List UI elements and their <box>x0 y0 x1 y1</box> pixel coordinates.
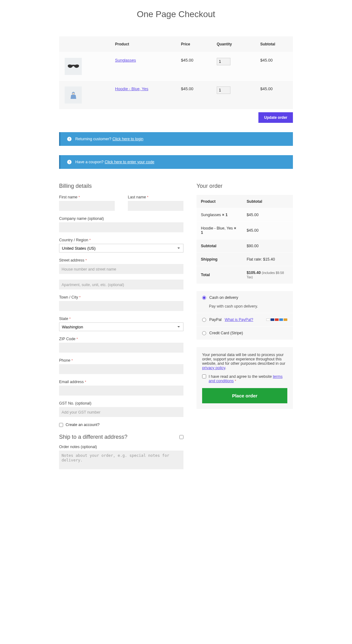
quantity-input[interactable] <box>217 58 230 65</box>
product-thumbnail <box>65 58 82 75</box>
cart-header-price: Price <box>178 36 214 52</box>
street2-input[interactable] <box>59 280 183 290</box>
first-name-label: First name * <box>59 195 115 199</box>
hoodie-icon <box>67 90 80 100</box>
first-name-input[interactable] <box>59 201 115 211</box>
coupon-link[interactable]: Click here to enter your code <box>105 160 155 164</box>
order-line: Sunglasses × 1 $45.00 <box>197 208 293 222</box>
cart-row: Sunglasses $45.00 $45.00 <box>59 52 293 81</box>
paypal-what-link[interactable]: What is PayPal? <box>225 317 253 322</box>
shipping-value: Flat rate: $15.40 <box>242 253 293 266</box>
product-thumbnail <box>65 86 82 104</box>
order-line: Hoodie - Blue, Yes × 1 $45.00 <box>197 222 293 239</box>
cart-price: $45.00 <box>178 52 214 81</box>
cart-subtotal: $45.00 <box>257 81 293 109</box>
login-banner: ! Returning customer? Click here to logi… <box>59 132 293 146</box>
zip-label: ZIP Code * <box>59 337 183 341</box>
payment-cod-label: Cash on delivery <box>209 295 238 300</box>
last-name-input[interactable] <box>128 201 183 211</box>
payment-cod-desc: Pay with cash upon delivery. <box>197 304 293 313</box>
login-link[interactable]: Click here to login <box>113 137 143 141</box>
payment-paypal-radio[interactable] <box>202 318 206 322</box>
subtotal-label: Subtotal <box>197 239 242 253</box>
notes-textarea[interactable] <box>59 451 183 469</box>
country-label: Country / Region * <box>59 238 183 242</box>
cart-table: Product Price Quantity Subtotal Sunglass… <box>59 36 293 109</box>
info-icon: ! <box>67 160 72 164</box>
phone-label: Phone * <box>59 358 183 363</box>
order-summary-table: Product Subtotal Sunglasses × 1 $45.00 H… <box>197 195 293 284</box>
login-banner-prefix: Returning customer? <box>75 137 113 141</box>
order-hdr-subtotal: Subtotal <box>242 195 293 208</box>
ship-heading: Ship to a different address? <box>59 434 127 440</box>
zip-input[interactable] <box>59 343 183 353</box>
payment-methods: Cash on delivery Pay with cash upon deli… <box>197 291 293 340</box>
gst-label: GST No. (optional) <box>59 401 183 405</box>
cart-header-qty: Quantity <box>214 36 257 52</box>
street-label: Street address * <box>59 258 183 262</box>
city-label: Town / City * <box>59 295 183 299</box>
gst-input[interactable] <box>59 407 183 417</box>
company-input[interactable] <box>59 222 183 232</box>
order-hdr-product: Product <box>197 195 242 208</box>
place-order-button[interactable]: Place order <box>202 388 287 403</box>
cart-header-subtotal: Subtotal <box>257 36 293 52</box>
product-link[interactable]: Sunglasses <box>115 58 136 63</box>
product-link[interactable]: Hoodie - Blue, Yes <box>115 86 148 91</box>
info-icon: ! <box>67 137 72 141</box>
coupon-banner: ! Have a coupon? Click here to enter you… <box>59 155 293 169</box>
email-input[interactable] <box>59 386 183 396</box>
privacy-policy-link[interactable]: privacy policy <box>202 366 225 370</box>
subtotal-value: $90.00 <box>242 239 293 253</box>
total-value: $105.40 (includes $9.58 Tax) <box>242 266 293 284</box>
last-name-label: Last name * <box>128 195 183 199</box>
payment-paypal-label: PayPal <box>209 317 222 322</box>
create-account-checkbox[interactable] <box>59 423 63 427</box>
billing-heading: Billing details <box>59 183 183 189</box>
state-label: State * <box>59 317 183 321</box>
svg-point-1 <box>72 93 74 95</box>
privacy-box: Your personal data will be used to proce… <box>197 347 293 409</box>
cart-price: $45.00 <box>178 81 214 109</box>
order-heading: Your order <box>197 183 293 189</box>
terms-text: I have read and agree to the website <box>209 374 273 379</box>
email-label: Email address * <box>59 380 183 384</box>
cart-subtotal: $45.00 <box>257 52 293 81</box>
page-title: One Page Checkout <box>59 9 293 19</box>
city-input[interactable] <box>59 301 183 311</box>
terms-checkbox[interactable] <box>202 374 206 378</box>
create-account-label: Create an account? <box>66 423 100 427</box>
country-select[interactable]: United States (US) <box>59 244 183 253</box>
coupon-banner-prefix: Have a coupon? <box>75 160 105 164</box>
shipping-label: Shipping <box>197 253 242 266</box>
street1-input[interactable] <box>59 264 183 274</box>
ship-diff-checkbox[interactable] <box>179 435 183 439</box>
update-order-button[interactable]: Update order <box>258 112 293 123</box>
quantity-input[interactable] <box>217 86 230 94</box>
notes-label: Order notes (optional) <box>59 445 183 449</box>
cart-row: Hoodie - Blue, Yes $45.00 $45.00 <box>59 81 293 109</box>
phone-input[interactable] <box>59 364 183 374</box>
payment-cod-radio[interactable] <box>202 296 206 300</box>
sunglasses-icon <box>67 62 80 71</box>
payment-stripe-label: Credit Card (Stripe) <box>209 331 243 335</box>
payment-stripe-radio[interactable] <box>202 331 206 335</box>
total-label: Total <box>197 266 242 284</box>
card-brands-icon <box>266 318 287 321</box>
state-select[interactable]: Washington <box>59 322 183 331</box>
cart-header-product: Product <box>112 36 178 52</box>
company-label: Company name (optional) <box>59 216 183 221</box>
privacy-text: Your personal data will be used to proce… <box>202 353 285 366</box>
